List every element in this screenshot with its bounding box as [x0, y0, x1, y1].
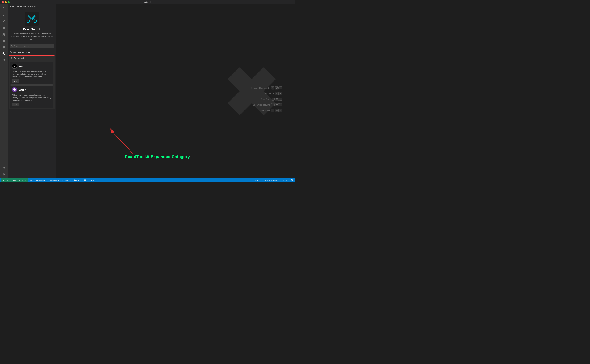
key-i2: I: [279, 103, 282, 106]
statusbar-pr-text: juliencrn/usehooks-ts#652 needs reviewer…: [37, 179, 71, 181]
activity-icon-files[interactable]: [1, 6, 7, 12]
key-shift2: ⇧: [271, 103, 275, 106]
activity-icon-account[interactable]: [1, 165, 7, 171]
subcategory-frameworks-header[interactable]: Frameworks: [9, 56, 55, 61]
visit-button-nextjs[interactable]: Visit: [12, 79, 19, 83]
shortcut-row-find: Find in Files ⇧ ⌘ F: [251, 109, 282, 112]
resource-card-header: N Next.js: [12, 64, 52, 69]
statusbar-info[interactable]: 1: [84, 178, 88, 182]
shortcut-keys-copilot: ⇧ ⌘ I: [271, 103, 282, 106]
shortcut-row-file: Go to File ⌘ P: [251, 92, 282, 95]
shortcut-label-find: Find in Files: [259, 109, 270, 112]
statusbar-errors-count: 0: [76, 179, 77, 181]
gatsby-logo: [12, 87, 17, 92]
key-ctrl: ^: [272, 98, 275, 101]
resource-description-gatsby: A React-based open-source framework for …: [12, 94, 52, 102]
subcategory-label: Frameworks: [14, 57, 51, 59]
resource-card-gatsby: Gatsby A React-based open-source framewo…: [10, 85, 53, 108]
shortcut-label-commands: Show All Commands: [251, 87, 270, 89]
search-input[interactable]: [14, 45, 52, 47]
minimize-button[interactable]: [5, 1, 7, 3]
statusbar-branch: feat/releasing-version-1.0.0: [5, 179, 26, 181]
subcategory-chevron-icon: [51, 57, 53, 59]
shortcuts-panel: Show All Commands ⇧ ⌘ P Go to File ⌘ P O…: [251, 86, 282, 112]
statusbar-errors[interactable]: 0 0: [73, 178, 82, 182]
key-cmd3: ⌘: [275, 98, 279, 101]
statusbar-ports[interactable]: 0: [90, 178, 94, 182]
statusbar-pr[interactable]: juliencrn/usehooks-ts#652 needs reviewer…: [34, 178, 72, 182]
key-f: F: [279, 109, 282, 112]
activity-icon-label2[interactable]: [1, 44, 7, 50]
sidebar-header: React Toolkit: Resources: [8, 5, 56, 8]
window-controls: [2, 1, 10, 3]
activity-icon-label1[interactable]: [1, 38, 7, 44]
window-title: react-toolkit: [143, 1, 152, 3]
titlebar: react-toolkit: [0, 0, 295, 5]
statusbar-account-icon[interactable]: [290, 178, 294, 182]
key-p2: P: [279, 92, 282, 95]
close-button[interactable]: [2, 1, 4, 3]
shortcut-row-commands: Show All Commands ⇧ ⌘ P: [251, 86, 282, 90]
category-icon: [10, 51, 12, 54]
extension-name: React Toolkit: [23, 28, 41, 31]
shortcut-label-file: Go to File: [265, 92, 273, 95]
statusbar-remote[interactable]: feat/releasing-version-1.0.0: [1, 178, 28, 182]
statusbar-run-extension[interactable]: Run Extension (react-toolkit): [254, 178, 280, 182]
statusbar-warnings-count: 0: [80, 179, 81, 181]
statusbar-info-count: 1: [87, 179, 88, 181]
activity-bar-bottom: [1, 165, 7, 178]
shortcut-label-copilot: Open Copilot Edits: [253, 104, 270, 106]
activity-bar: [0, 5, 8, 178]
nextjs-logo: N: [12, 64, 17, 69]
resource-name-nextjs: Next.js: [19, 65, 26, 67]
visit-button-gatsby[interactable]: Visit: [12, 103, 19, 106]
annotation-arrow: [107, 125, 139, 157]
extension-logo: [25, 12, 39, 26]
shortcut-keys-commands: ⇧ ⌘ P: [271, 86, 282, 90]
sidebar-content: React Toolkit Explore a curated list of …: [8, 8, 56, 178]
shortcut-keys-file: ⌘ P: [275, 92, 282, 95]
extension-logo-area: React Toolkit Explore a curated list of …: [8, 8, 56, 43]
key-shift: ⇧: [271, 86, 274, 90]
subcategory-frameworks: Frameworks N Next.js A Re: [9, 55, 55, 109]
statusbar-run-ext-text: Run Extension (react-toolkit): [257, 179, 279, 181]
activity-icon-react-toolkit[interactable]: [1, 51, 7, 56]
activity-icon-debug[interactable]: [1, 25, 7, 31]
statusbar-ports-count: 0: [93, 179, 94, 181]
key-cmd2: ⌘: [275, 92, 279, 95]
shortcut-row-chat: Open Chat ^ ⌘ I: [251, 98, 282, 101]
statusbar-right: Run Extension (react-toolkit) Go Live: [254, 178, 294, 182]
app-layout: React Toolkit: Resources: [0, 5, 295, 178]
shortcut-keys-chat: ^ ⌘ I: [272, 98, 282, 101]
main-area: Show All Commands ⇧ ⌘ P Go to File ⌘ P O…: [56, 5, 295, 178]
key-i: I: [279, 98, 282, 101]
category-official-resources[interactable]: Official Resources: [8, 50, 56, 55]
subcategory-icon: [10, 57, 13, 60]
key-cmd4: ⌘: [275, 103, 279, 106]
key-shift3: ⇧: [271, 109, 274, 112]
resource-card-header-gatsby: Gatsby: [12, 87, 52, 92]
activity-icon-source-control[interactable]: [1, 19, 7, 24]
maximize-button[interactable]: [8, 1, 10, 3]
resource-description-nextjs: A React framework that enables server-si…: [12, 70, 52, 78]
search-icon: [11, 45, 13, 47]
activity-icon-search[interactable]: [1, 12, 7, 18]
statusbar-go-live-text: Go Live: [282, 179, 288, 181]
shortcut-keys-find: ⇧ ⌘ F: [271, 109, 282, 112]
resource-name-gatsby: Gatsby: [19, 89, 26, 91]
activity-icon-label3[interactable]: [1, 57, 7, 63]
statusbar-go-live[interactable]: Go Live: [281, 178, 289, 182]
resource-card-nextjs: N Next.js A React framework that enables…: [10, 62, 53, 85]
annotation-text: ReactToolkit Expanded Category: [125, 154, 190, 159]
activity-icon-extensions[interactable]: [1, 32, 7, 37]
statusbar-left: feat/releasing-version-1.0.0 juliencrn/u…: [1, 178, 94, 182]
shortcut-label-chat: Open Chat: [260, 98, 271, 100]
key-cmd5: ⌘: [275, 109, 279, 112]
statusbar: feat/releasing-version-1.0.0 juliencrn/u…: [0, 178, 295, 182]
statusbar-sync[interactable]: [29, 178, 32, 182]
activity-icon-settings[interactable]: [1, 171, 7, 177]
shortcut-row-copilot: Open Copilot Edits ⇧ ⌘ I: [251, 103, 282, 106]
extension-description: Explore a curated list of essential Reac…: [10, 32, 53, 40]
sidebar: React Toolkit: Resources: [8, 5, 56, 178]
search-box[interactable]: [10, 44, 54, 48]
